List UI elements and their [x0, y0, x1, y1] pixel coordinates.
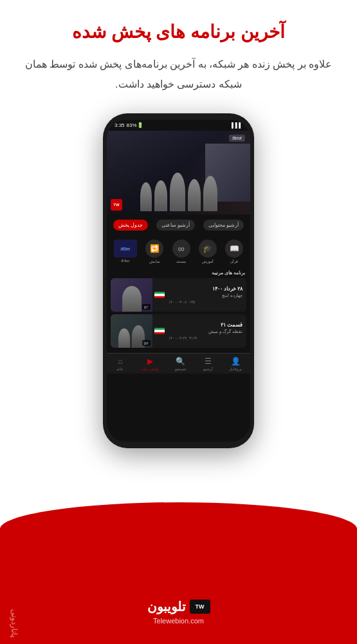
nav-home[interactable]: ⌂ خانه [115, 356, 125, 371]
quran-icon: 📖 [225, 240, 243, 258]
tab-archive-hourly[interactable]: آرشیو ساعتی [156, 220, 195, 231]
tab-schedule[interactable]: جدول پخش [113, 220, 148, 231]
tw-logo: TW [190, 600, 210, 614]
hero-area: #film TW [107, 131, 250, 214]
sorted-title: برنامه های مرتیبه [111, 270, 246, 278]
prog-subtitle-1: چهارده اینچ [169, 293, 243, 298]
education-label: آموزش [202, 259, 214, 263]
documentary-label: مستند [176, 259, 186, 263]
program-item-2[interactable]: قسمت ۲۱ نقطه گرگ و میش ۴۱۶۹ ۱۴۰۰-۰۳-۲۹ [111, 314, 246, 348]
phone-screen: ▌▌▌ 🔋83% 3:35 #film [107, 120, 250, 442]
prog-views-1: ۱۳۵ [189, 299, 195, 304]
page-title: آخرین برنامه های پخش شده [19, 19, 338, 44]
nav-profile[interactable]: 👤 پروفایل [229, 356, 242, 371]
prog-title-2: قسمت ۲۱ [169, 322, 243, 328]
nav-search-label: جستجو [175, 367, 187, 371]
nav-live-label: پخش زنده [142, 367, 159, 371]
tw-badge: TW [111, 199, 122, 211]
thumb-num-2: '۵۷ [142, 340, 151, 346]
prog-thumb-1: '۵۱ [111, 278, 152, 312]
person-1 [203, 176, 217, 211]
page-description: علاوه بر پخش زنده هر شبکه، به آخرین برنا… [19, 55, 338, 94]
signal-area: ▌▌▌ [232, 122, 243, 128]
cat-education[interactable]: 🎓 آموزش [199, 240, 217, 263]
prog-thumb-2: '۵۷ [111, 314, 152, 348]
battery-icon: 🔋83% [127, 122, 143, 128]
show-label: نمایش [149, 259, 160, 263]
cat-ifilm[interactable]: ifilm IFilm [114, 240, 137, 263]
cat-documentary[interactable]: ∞ مستند [172, 240, 190, 263]
person-5 [140, 182, 152, 211]
live-icon: ▶ [145, 356, 155, 366]
brand-url: Telewebion.com [153, 617, 204, 625]
time-battery: 🔋83% 3:35 [114, 122, 143, 128]
nav-archive-label: آرشیو [203, 367, 213, 371]
ifilm-label: IFilm [121, 259, 129, 263]
person-2 [188, 179, 201, 211]
categories-row: 📖 قرآن 🎓 آموزش ∞ مستند 🔁 نمایش [107, 236, 250, 267]
prog-views-2: ۴۱۶۹ [189, 336, 197, 340]
person-4 [154, 180, 167, 211]
ifilm-logo: ifilm [114, 240, 137, 258]
search-icon: 🔍 [176, 356, 186, 366]
phone-wrapper: ▌▌▌ 🔋83% 3:35 #film [0, 113, 357, 448]
people-group [107, 163, 250, 214]
cat-show[interactable]: 🔁 نمایش [145, 240, 163, 263]
brand-name: تلویبون [147, 599, 186, 614]
prog-date-1: ۱۴۰۰-۰۳-۰۸ [169, 299, 187, 304]
film-label: #film [229, 135, 245, 142]
tabs-bar: آرشیو محتوایی آرشیو ساعتی جدول پخش [107, 214, 250, 236]
profile-icon: 👤 [230, 356, 241, 366]
archive-icon: ☰ [203, 356, 213, 366]
cat-quran[interactable]: 📖 قرآن [225, 240, 243, 263]
person-3 [170, 173, 185, 211]
prog-meta-2: ۴۱۶۹ ۱۴۰۰-۰۳-۲۹ [169, 336, 243, 340]
prog-meta-1: ۱۳۵ ۱۴۰۰-۰۳-۰۸ [169, 299, 243, 304]
tab-archive-content[interactable]: آرشیو محتوایی [203, 220, 244, 231]
iran-flag-1 [154, 292, 165, 298]
show-icon: 🔁 [145, 240, 163, 258]
quran-label: قرآن [230, 259, 238, 263]
signal-icon: ▌▌▌ [232, 122, 243, 128]
prog-subtitle-2: نقطه گرگ و میش [169, 329, 243, 334]
time-display: 3:35 [114, 122, 125, 128]
nav-live[interactable]: ▶ پخش زنده [142, 356, 159, 371]
iran-flag-2 [154, 328, 165, 334]
nav-home-label: خانه [116, 367, 124, 371]
documentary-icon: ∞ [172, 240, 190, 258]
bottom-area: TW تلویبون Telewebion.com [0, 502, 357, 644]
program-item-1[interactable]: ۲۸ خرداد ۱۴۰۰ چهارده اینچ ۱۳۵ ۱۴۰۰-۰۳-۰۸ [111, 278, 246, 312]
program-info-2: قسمت ۲۱ نقطه گرگ و میش ۴۱۶۹ ۱۴۰۰-۰۳-۲۹ [165, 319, 246, 343]
sorted-section: برنامه های مرتیبه ۲۸ خرداد ۱۴۰۰ چهارده ا… [107, 267, 250, 353]
education-icon: 🎓 [199, 240, 217, 258]
page-wrapper: آخرین برنامه های پخش شده علاوه بر پخش زن… [0, 0, 357, 644]
prog-title-1: ۲۸ خرداد ۱۴۰۰ [169, 286, 243, 292]
nav-search[interactable]: 🔍 جستجو [175, 356, 187, 371]
watermark: پاناردونی [10, 609, 19, 638]
nav-archive[interactable]: ☰ آرشیو [203, 356, 213, 371]
top-section: آخرین برنامه های پخش شده علاوه بر پخش زن… [0, 0, 357, 107]
nav-profile-label: پروفایل [229, 367, 242, 371]
home-icon: ⌂ [115, 356, 125, 366]
thumb-num-1: '۵۱ [142, 304, 151, 310]
program-info-1: ۲۸ خرداد ۱۴۰۰ چهارده اینچ ۱۳۵ ۱۴۰۰-۰۳-۰۸ [165, 283, 246, 307]
bottom-nav: 👤 پروفایل ☰ آرشیو 🔍 جستجو ▶ پخش زنده [107, 353, 250, 374]
phone-device: ▌▌▌ 🔋83% 3:35 #film [103, 113, 254, 448]
status-bar: ▌▌▌ 🔋83% 3:35 [107, 120, 250, 131]
brand-logo: TW تلویبون [147, 599, 210, 614]
prog-date-2: ۱۴۰۰-۰۳-۲۹ [169, 336, 187, 340]
